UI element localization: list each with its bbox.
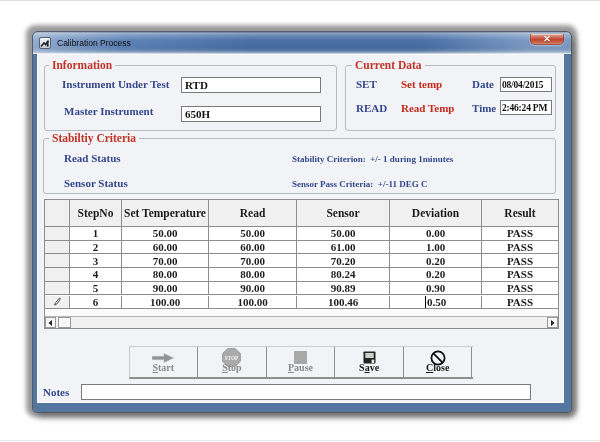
svg-text:STOP: STOP [225, 354, 239, 361]
